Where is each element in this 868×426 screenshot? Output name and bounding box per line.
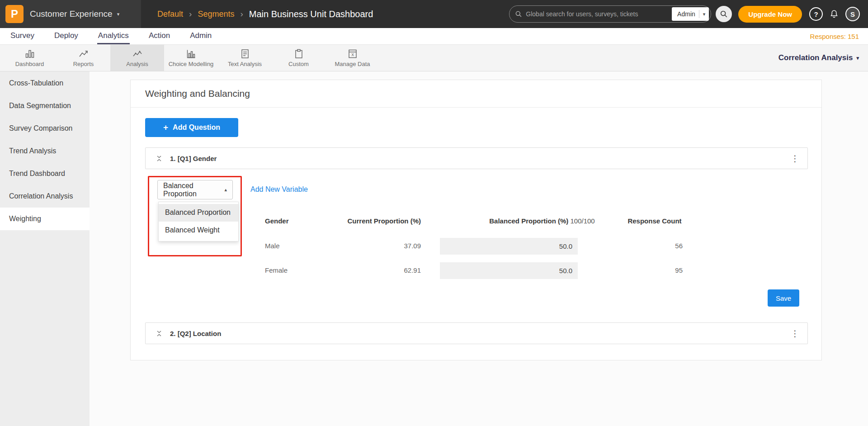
- toolbar-item-label: Choice Modelling: [169, 61, 214, 67]
- add-question-label: Add Question: [173, 123, 220, 132]
- toolbar-item-choice-modelling[interactable]: Choice Modelling: [164, 45, 218, 71]
- search-icon: [515, 10, 522, 18]
- main-nav: Survey Deploy Analytics Action Admin Res…: [0, 28, 868, 45]
- variable-type-dropdown[interactable]: Balanced Proportion ▴: [157, 180, 233, 199]
- sidebar-item-survey-comparison[interactable]: Survey Comparison: [0, 117, 90, 140]
- topbar: P Customer Experience ▾ Default › Segmen…: [0, 0, 868, 28]
- search-icon: [720, 10, 728, 18]
- add-new-variable-link[interactable]: Add New Variable: [250, 185, 308, 194]
- product-name: Customer Experience: [30, 9, 113, 19]
- add-question-button[interactable]: + Add Question: [145, 118, 238, 137]
- divider: [699, 10, 699, 18]
- balanced-header-total: 100/100: [570, 217, 594, 225]
- save-button[interactable]: Save: [768, 289, 799, 307]
- column-header-balanced-proportion: Balanced Proportion (%) 100/100: [447, 217, 637, 225]
- question-1-label: 1. [Q1] Gender: [170, 155, 217, 162]
- sidebar-item-weighting[interactable]: Weighting: [0, 208, 90, 230]
- analysis-sidebar: Cross-Tabulation Data Segmentation Surve…: [0, 71, 90, 426]
- caret-down-icon: ▾: [703, 11, 706, 17]
- toolbar-item-dashboard[interactable]: Dashboard: [3, 45, 57, 71]
- user-avatar[interactable]: S: [845, 7, 860, 21]
- balanced-proportion-input-female[interactable]: [440, 262, 578, 279]
- plus-icon: +: [163, 123, 168, 133]
- search-scope-dropdown[interactable]: Admin ▾: [672, 7, 709, 21]
- responses-count: Responses: 151: [810, 33, 868, 40]
- menu-option-balanced-weight[interactable]: Balanced Weight: [159, 222, 238, 239]
- toolbar-item-label: Custom: [288, 61, 309, 67]
- question-panel-1: 1. [Q1] Gender ⋮: [145, 147, 808, 169]
- analytics-toolbar: Dashboard Reports Analysis Choice Modell…: [0, 45, 868, 71]
- sidebar-item-trend-analysis[interactable]: Trend Analysis: [0, 140, 90, 162]
- search-scope-value: Admin: [677, 10, 695, 18]
- cell-gender-female: Female: [265, 266, 288, 274]
- nav-item-analytics[interactable]: Analytics: [97, 28, 130, 44]
- collapse-icon[interactable]: [156, 330, 162, 337]
- product-switcher[interactable]: P Customer Experience ▾: [0, 0, 141, 28]
- toolbar-item-label: Manage Data: [335, 61, 370, 67]
- balanced-header-text: Balanced Proportion (%): [489, 217, 568, 225]
- main-content: Weighting and Balancing + Add Question 1…: [90, 71, 868, 426]
- column-chart-icon: [186, 48, 197, 59]
- help-icon[interactable]: ?: [809, 7, 823, 21]
- breadcrumb: Default › Segments › Main Business Unit …: [157, 9, 373, 19]
- cell-count-female: 95: [610, 266, 683, 274]
- topbar-actions: Admin ▾ Upgrade Now ? S: [509, 5, 868, 23]
- toolbar-item-text-analysis[interactable]: Text Analysis: [218, 45, 272, 71]
- variable-type-menu: Balanced Proportion Balanced Weight: [158, 202, 239, 241]
- more-options-icon[interactable]: ⋮: [791, 154, 799, 163]
- caret-down-icon: ▾: [117, 11, 120, 17]
- sidebar-item-trend-dashboard[interactable]: Trend Dashboard: [0, 162, 90, 185]
- more-options-icon[interactable]: ⋮: [791, 329, 799, 338]
- question-panel-2: 2. [Q2] Location ⋮: [145, 322, 808, 344]
- global-search: Admin ▾: [509, 5, 711, 23]
- sidebar-item-cross-tabulation[interactable]: Cross-Tabulation: [0, 72, 90, 95]
- analysis-type-selector[interactable]: Correlation Analysis ▾: [778, 53, 868, 62]
- global-search-input[interactable]: [526, 10, 672, 18]
- sidebar-item-correlation-analysis[interactable]: Correlation Analysis: [0, 185, 90, 208]
- notifications-bell-icon[interactable]: [829, 9, 839, 19]
- menu-option-balanced-proportion[interactable]: Balanced Proportion: [159, 204, 238, 222]
- analysis-type-value: Correlation Analysis: [778, 53, 853, 62]
- breadcrumb-default[interactable]: Default: [157, 9, 183, 19]
- search-button[interactable]: [716, 6, 732, 22]
- weighting-card: Weighting and Balancing + Add Question 1…: [130, 80, 822, 360]
- column-header-response-count: Response Count: [616, 217, 693, 225]
- toolbar-item-label: Dashboard: [15, 61, 44, 67]
- card-header: Weighting and Balancing: [131, 80, 821, 108]
- bar-chart-icon: [24, 48, 35, 59]
- toolbar-item-manage-data[interactable]: X Manage Data: [326, 45, 379, 71]
- toolbar-item-analysis[interactable]: Analysis: [110, 45, 164, 71]
- toolbar-item-label: Text Analysis: [228, 61, 262, 67]
- sidebar-item-data-segmentation[interactable]: Data Segmentation: [0, 95, 90, 117]
- clipboard-icon: [293, 48, 304, 59]
- cell-current-female: 62.91: [339, 266, 421, 274]
- toolbar-item-reports[interactable]: Reports: [57, 45, 110, 71]
- cell-count-male: 56: [610, 242, 683, 250]
- question-2-label: 2. [Q2] Location: [170, 330, 221, 337]
- cell-gender-male: Male: [265, 242, 280, 250]
- toolbar-item-label: Reports: [73, 61, 94, 67]
- nav-item-deploy[interactable]: Deploy: [53, 28, 79, 44]
- upgrade-now-button[interactable]: Upgrade Now: [738, 6, 802, 23]
- variable-type-value: Balanced Proportion: [163, 182, 220, 198]
- toolbar-item-label: Analysis: [126, 61, 148, 67]
- page-title: Weighting and Balancing: [145, 88, 250, 99]
- nav-item-action[interactable]: Action: [148, 28, 171, 44]
- breadcrumb-separator: ›: [240, 9, 243, 19]
- collapse-icon[interactable]: [156, 155, 162, 162]
- balanced-proportion-input-male[interactable]: [440, 238, 578, 255]
- caret-down-icon: ▾: [856, 55, 859, 61]
- spreadsheet-icon: X: [347, 48, 358, 59]
- breadcrumb-segments[interactable]: Segments: [198, 9, 234, 19]
- caret-up-icon: ▴: [224, 187, 227, 193]
- body-row: Cross-Tabulation Data Segmentation Surve…: [0, 71, 868, 426]
- trend-line-icon: [78, 48, 89, 59]
- column-header-current-proportion: Current Proportion (%): [339, 217, 421, 225]
- svg-text:X: X: [351, 52, 354, 57]
- nav-item-admin[interactable]: Admin: [189, 28, 212, 44]
- nav-item-survey[interactable]: Survey: [9, 28, 35, 44]
- document-text-icon: [240, 48, 250, 59]
- app-logo: P: [5, 5, 24, 23]
- column-header-gender: Gender: [265, 217, 289, 225]
- toolbar-item-custom[interactable]: Custom: [272, 45, 326, 71]
